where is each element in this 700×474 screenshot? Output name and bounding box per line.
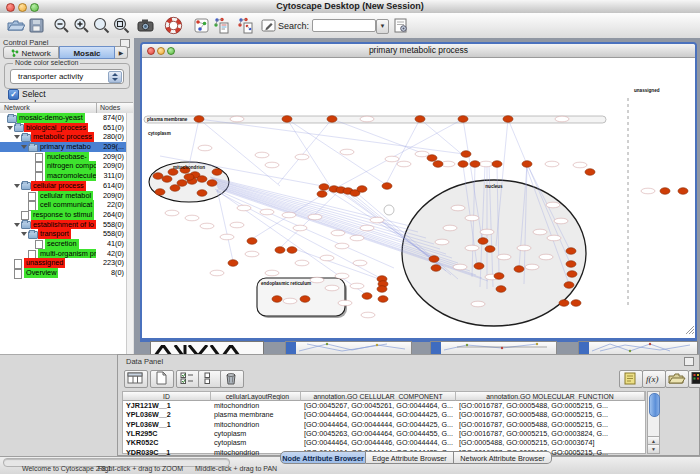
- table-scrollbar[interactable]: ▲ ▼: [647, 391, 660, 454]
- table-cell[interactable]: YPL036W__1: [123, 420, 211, 429]
- node-color-dropdown[interactable]: transporter activity: [10, 69, 124, 84]
- table-column-header[interactable]: annotation.GO CELLULAR_COMPONENT: [301, 392, 456, 401]
- expand-triangle-icon[interactable]: [14, 184, 20, 188]
- create-attribute-icon[interactable]: [150, 370, 174, 388]
- tree-row[interactable]: metabolic process280(0): [0, 132, 127, 142]
- table-cell[interactable]: [GO:0044464, GO:0044444, GO:0044425, G..…: [301, 420, 456, 429]
- function-builder-icon[interactable]: f(x): [642, 370, 666, 388]
- table-cell[interactable]: [GO:0016787, GO:0005215, GO:0003824, G..…: [456, 429, 645, 438]
- network-overview-icon[interactable]: [192, 16, 211, 35]
- tree-row[interactable]: transport558(0): [0, 229, 127, 239]
- attribute-table[interactable]: ID_cellularLayoutRegionannotation.GO CEL…: [122, 391, 646, 454]
- annotation-icon[interactable]: [259, 16, 278, 35]
- attribute-list-icon[interactable]: [198, 370, 222, 388]
- table-row[interactable]: YPL036W__1mitochondrion[GO:0044464, GO:0…: [123, 420, 645, 429]
- tab-overflow-arrow[interactable]: ▶: [115, 46, 128, 59]
- table-cell[interactable]: mitochondrion: [211, 401, 301, 410]
- tree-row[interactable]: cellular process614(0): [0, 181, 127, 191]
- table-cell[interactable]: [GO:0016787, GO:0005488, GO:0005215, G..…: [456, 410, 645, 419]
- table-row[interactable]: YLR295Ccytoplasm[GO:0045263, GO:0044464,…: [123, 429, 645, 438]
- save-icon[interactable]: [27, 16, 46, 35]
- network-view-window[interactable]: primary metabolic process plasma membran…: [140, 42, 697, 342]
- tab-mosaic[interactable]: Mosaic: [59, 46, 115, 59]
- table-cell[interactable]: YKR052C: [123, 438, 211, 447]
- table-cell[interactable]: [GO:0016787, GO:0005488, GO:0005215, G..…: [456, 401, 645, 410]
- select-nodes-checkbox[interactable]: ✓: [8, 89, 19, 100]
- tree-row[interactable]: nitrogen compo209(0): [0, 161, 127, 171]
- table-cell[interactable]: mitochondrion: [211, 420, 301, 429]
- snapshot-icon[interactable]: [136, 16, 155, 35]
- table-row[interactable]: YJR121W__1mitochondrion[GO:0045267, GO:0…: [123, 401, 645, 410]
- tree-row[interactable]: primary metabo209(...: [0, 142, 127, 152]
- table-column-header[interactable]: ID: [123, 392, 211, 401]
- notes-icon[interactable]: [619, 370, 643, 388]
- main-toolbar: Search: ▼: [0, 13, 700, 39]
- resize-grip-icon[interactable]: [684, 324, 694, 334]
- expand-triangle-icon[interactable]: [14, 135, 20, 139]
- table-row[interactable]: YPL036W__2plasma membrane[GO:0044464, GO…: [123, 410, 645, 419]
- table-cell[interactable]: YJR121W__1: [123, 401, 211, 410]
- tree-row[interactable]: establishment of lo558(0): [0, 220, 127, 230]
- table-cell[interactable]: YLR295C: [123, 429, 211, 438]
- zoom-out-icon[interactable]: [52, 16, 71, 35]
- tree-row[interactable]: macromolecule311(0): [0, 171, 127, 181]
- tree-row[interactable]: biological_process651(0): [0, 123, 127, 133]
- table-cell[interactable]: plasma membrane: [211, 410, 301, 419]
- tree-row[interactable]: multi-organism pro42(0): [0, 249, 127, 259]
- attribute-matrix-icon[interactable]: [688, 370, 700, 388]
- tree-row[interactable]: cell communicat22(0): [0, 200, 127, 210]
- table-cell[interactable]: [GO:0005488, GO:0005215, GO:0003674]: [456, 438, 645, 447]
- table-row[interactable]: YKR052Ccytoplasm[GO:0044464, GO:0044446,…: [123, 438, 645, 447]
- network-canvas[interactable]: plasma membranecytoplasmmitochondrionnuc…: [142, 58, 695, 335]
- table-column-header[interactable]: _cellularLayoutRegion: [211, 392, 301, 401]
- expand-triangle-icon[interactable]: [21, 232, 27, 236]
- select-attributes-icon[interactable]: [124, 370, 148, 388]
- tab-node-attribute-browser[interactable]: Node Attribute Browser: [280, 451, 366, 464]
- table-cell[interactable]: [GO:0045263, GO:0044464, GO:0044455, G..…: [301, 429, 456, 438]
- svg-text:mitochondrion: mitochondrion: [173, 165, 205, 170]
- table-column-header[interactable]: annotation.GO MOLECULAR_FUNCTION: [456, 392, 645, 401]
- zoom-in-icon[interactable]: [72, 16, 91, 35]
- tree-row[interactable]: nucleobase-209(0): [0, 152, 127, 162]
- float-panel-icon[interactable]: [684, 357, 694, 366]
- table-cell[interactable]: [GO:0044464, GO:0044446, GO:0044444, G..…: [301, 438, 456, 447]
- tree-row[interactable]: cellular metabol209(0): [0, 191, 127, 201]
- expand-triangle-icon[interactable]: [14, 223, 20, 227]
- scrollbar-thumb[interactable]: [649, 393, 660, 417]
- tree-col-network[interactable]: Network: [4, 104, 30, 111]
- tab-network[interactable]: Network: [3, 46, 59, 59]
- tree-row[interactable]: Overview8(0): [0, 268, 127, 278]
- search-index-icon[interactable]: [391, 16, 410, 35]
- tab-edge-attribute-browser[interactable]: Edge Attribute Browser: [366, 451, 454, 464]
- table-cell[interactable]: YPL036W__2: [123, 410, 211, 419]
- table-cell[interactable]: [GO:0016787, GO:0005488, GO:0005215, G..…: [456, 420, 645, 429]
- zoom-fit-icon[interactable]: [112, 16, 131, 35]
- import-attributes-icon[interactable]: [665, 370, 689, 388]
- search-input[interactable]: [312, 19, 376, 32]
- destroy-network-view-icon[interactable]: [236, 16, 255, 35]
- table-cell[interactable]: [GO:0044464, GO:0044444, GO:0044425, G..…: [301, 410, 456, 419]
- tree-row[interactable]: response to stimul264(0): [0, 210, 127, 220]
- network-window-titlebar[interactable]: primary metabolic process: [142, 44, 695, 58]
- tree-scrollbar[interactable]: [126, 113, 133, 354]
- table-cell[interactable]: cytoplasm: [211, 438, 301, 447]
- network-graph[interactable]: plasma membranecytoplasmmitochondrionnuc…: [142, 58, 695, 335]
- tree-col-nodes[interactable]: Nodes: [100, 104, 120, 111]
- dropdown-stepper-icon[interactable]: [108, 71, 122, 83]
- table-cell[interactable]: [GO:0045267, GO:0045261, GO:0044464, G..…: [301, 401, 456, 410]
- help-icon[interactable]: [164, 16, 183, 35]
- tab-network-attribute-browser[interactable]: Network Attribute Browser: [454, 451, 552, 464]
- scroll-down-icon[interactable]: ▼: [648, 444, 659, 453]
- tree-row[interactable]: mosaic-demo-yeast874(0): [0, 113, 127, 123]
- tree-row[interactable]: secretion41(0): [0, 239, 127, 249]
- table-cell[interactable]: cytoplasm: [211, 429, 301, 438]
- expand-triangle-icon[interactable]: [21, 145, 27, 149]
- open-icon[interactable]: [6, 16, 25, 35]
- expand-triangle-icon[interactable]: [7, 126, 13, 130]
- delete-attribute-icon[interactable]: [220, 370, 244, 388]
- tree-row[interactable]: unassigned223(0): [0, 258, 127, 268]
- create-network-view-icon[interactable]: [212, 16, 231, 35]
- zoom-selected-icon[interactable]: [92, 16, 111, 35]
- attribute-checklist-icon[interactable]: [176, 370, 200, 388]
- search-dropdown-icon[interactable]: ▼: [376, 19, 389, 34]
